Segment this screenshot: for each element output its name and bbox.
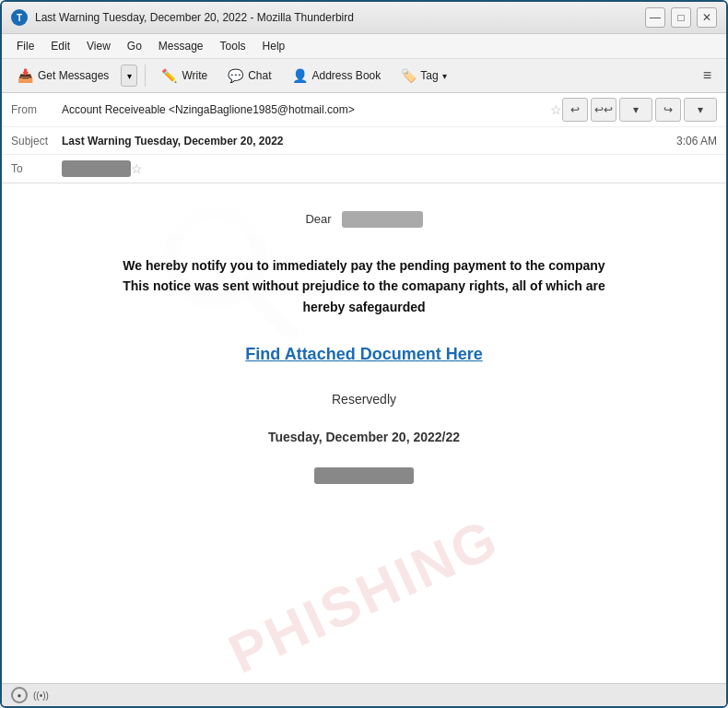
forward-dropdown-button[interactable]: ▾ [684,98,717,122]
footer-email [314,467,414,484]
to-label: To [11,162,62,175]
from-label: From [11,103,62,116]
to-star-icon[interactable]: ☆ [131,161,143,176]
toolbar: 📥 Get Messages ▾ ✏️ Write 💬 Chat 👤 Addre… [2,59,726,93]
address-book-label: Address Book [312,69,382,82]
menu-help[interactable]: Help [255,37,293,55]
title-bar-left: T Last Warning Tuesday, December 20, 202… [11,9,354,26]
link-container: Find Attached Document Here [39,345,689,364]
nav-dropdown-button[interactable]: ▾ [619,98,652,122]
from-value: Account Receiveable <NzingaBaglione1985@… [62,103,550,116]
body-paragraph: We hereby notify you to immediately pay … [69,255,659,317]
main-window: T Last Warning Tuesday, December 20, 202… [0,0,728,708]
reply-button[interactable]: ↩ [562,98,588,122]
get-messages-icon: 📥 [18,68,33,83]
email-body: PHISHING Dear We hereby notify you to im… [2,183,726,683]
dear-prefix: Dear [305,212,331,226]
menu-view[interactable]: View [79,37,118,55]
to-row: To ☆ [2,155,726,183]
to-value-blurred [62,160,131,177]
footer-email-blurred [39,467,689,484]
menu-bar: File Edit View Go Message Tools Help [2,34,726,59]
chat-icon: 💬 [228,68,243,83]
menu-file[interactable]: File [9,37,41,55]
forward-button[interactable]: ↪ [655,98,681,122]
tag-icon: 🏷️ [401,68,417,83]
subject-row: Subject Last Warning Tuesday, December 2… [2,127,726,155]
attached-document-link[interactable]: Find Attached Document Here [245,345,482,363]
menu-go[interactable]: Go [120,37,149,55]
subject-label: Subject [11,135,62,148]
email-header: From Account Receiveable <NzingaBaglione… [2,93,726,183]
get-messages-label: Get Messages [38,69,109,82]
dear-recipient-blurred [342,211,423,228]
connection-status-label: ((•)) [33,690,49,701]
write-button[interactable]: ✏️ Write [153,64,216,88]
write-label: Write [182,69,207,82]
from-row: From Account Receiveable <NzingaBaglione… [2,93,726,127]
window-controls: — □ ✕ [645,7,717,28]
closing-line: Reservedly [39,392,689,407]
address-book-icon: 👤 [292,68,308,83]
menu-tools[interactable]: Tools [213,37,253,55]
app-icon: T [11,9,28,26]
status-bar: ● ((•)) [2,683,726,706]
tag-label: Tag [420,69,438,82]
maximize-button[interactable]: □ [671,7,691,28]
title-bar: T Last Warning Tuesday, December 20, 202… [2,2,726,34]
close-button[interactable]: ✕ [697,7,717,28]
dear-line: Dear [39,211,689,228]
nav-buttons: ↩ ↩↩ ▾ ↪ ▾ [562,98,717,122]
hamburger-menu-button[interactable]: ≡ [696,64,719,88]
window-title: Last Warning Tuesday, December 20, 2022 … [35,11,354,24]
reply-all-button[interactable]: ↩↩ [591,98,616,122]
chat-button[interactable]: 💬 Chat [219,64,279,88]
subject-value: Last Warning Tuesday, December 20, 2022 [62,135,676,148]
minimize-button[interactable]: — [645,7,665,28]
from-star-icon[interactable]: ☆ [550,102,562,117]
toolbar-separator-1 [145,65,146,87]
menu-edit[interactable]: Edit [43,37,77,55]
get-messages-dropdown[interactable]: ▾ [121,65,137,87]
chat-label: Chat [248,69,271,82]
email-body-inner: Dear We hereby notify you to immediately… [2,183,726,512]
get-messages-button[interactable]: 📥 Get Messages [9,64,117,88]
connection-status-icon: ● [11,687,28,703]
tag-button[interactable]: 🏷️ Tag ▾ [393,64,454,88]
write-icon: ✏️ [161,68,177,83]
watermark-text: PHISHING [219,506,509,683]
chevron-down-icon: ▾ [127,71,132,81]
email-time: 3:06 AM [676,135,717,148]
address-book-button[interactable]: 👤 Address Book [284,64,390,88]
date-line: Tuesday, December 20, 2022/22 [39,430,689,444]
tag-dropdown-icon: ▾ [442,71,447,81]
menu-message[interactable]: Message [151,37,211,55]
